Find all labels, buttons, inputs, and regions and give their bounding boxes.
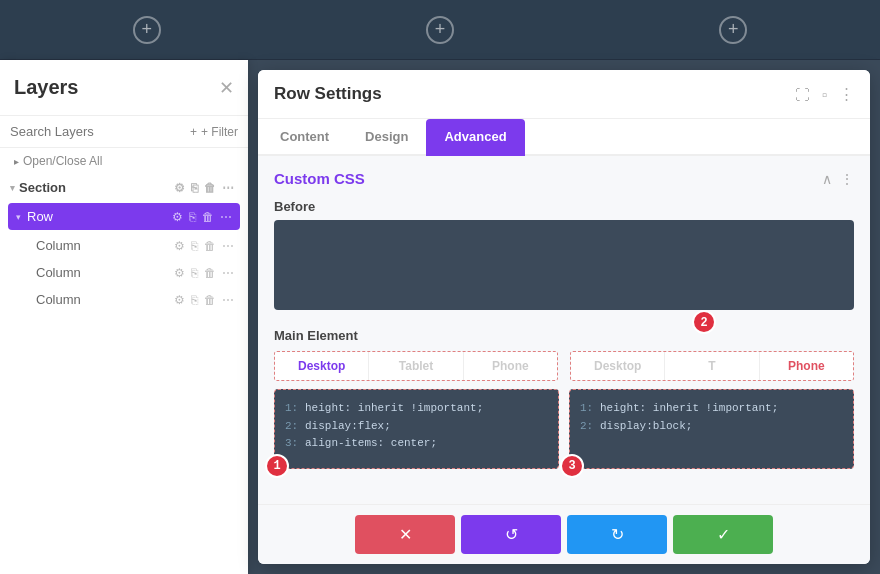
before-css-textarea[interactable] (274, 220, 854, 310)
col3-copy-icon[interactable]: ⎘ (191, 293, 198, 307)
tree-item-column-3[interactable]: Column ⚙ ⎘ 🗑 ⋯ (0, 286, 248, 313)
column2-icons: ⚙ ⎘ 🗑 ⋯ (174, 266, 234, 280)
toggle-all-label: Open/Close All (23, 154, 102, 168)
settings-title: Row Settings (274, 84, 382, 104)
collapse-icon[interactable]: ∧ (822, 171, 832, 187)
top-bar: + + + (0, 0, 880, 60)
col2-copy-icon[interactable]: ⎘ (191, 266, 198, 280)
redo-button[interactable]: ↻ (567, 515, 667, 554)
device-tabs-container: Desktop Tablet Phone Desktop T Phone (274, 351, 854, 381)
layers-panel: Layers ✕ + + Filter ▸ Open/Close All ▾ S… (0, 60, 248, 574)
device-tab-desktop-right[interactable]: Desktop (571, 352, 665, 380)
section-delete-icon[interactable]: 🗑 (204, 181, 216, 195)
undo-button[interactable]: ↺ (461, 515, 561, 554)
add-row-btn-2[interactable]: + (426, 16, 454, 44)
device-tab-tablet-left[interactable]: Tablet (369, 352, 463, 380)
section-icons: ⚙ ⎘ 🗑 ⋯ (174, 181, 234, 195)
code-editor-right[interactable]: 1: height: inherit !important; 2: displa… (569, 389, 854, 469)
layers-search-input[interactable] (10, 124, 184, 139)
col3-settings-icon[interactable]: ⚙ (174, 293, 185, 307)
chevron-icon: ▸ (14, 156, 19, 167)
col1-more-icon[interactable]: ⋯ (222, 239, 234, 253)
section-copy-icon[interactable]: ⎘ (191, 181, 198, 195)
toggle-all-button[interactable]: ▸ Open/Close All (0, 148, 248, 174)
filter-icon: + (190, 125, 197, 139)
row-settings-icon[interactable]: ⚙ (172, 210, 183, 224)
layers-tree: ▸ Open/Close All ▾ Section ⚙ ⎘ 🗑 ⋯ ▾ Row (0, 148, 248, 574)
code-line-2-right: 2: display:block; (580, 418, 843, 436)
code-line-3-left: 3: align-items: center; (285, 435, 548, 453)
row-delete-icon[interactable]: 🗑 (202, 210, 214, 224)
tab-advanced[interactable]: Advanced (426, 119, 524, 156)
section-more-icon[interactable]: ⋯ (222, 181, 234, 195)
settings-panel: Row Settings ⛶ ▫ ⋮ Content Design Advanc… (258, 70, 870, 564)
add-row-btn-1[interactable]: + (133, 16, 161, 44)
col1-settings-icon[interactable]: ⚙ (174, 239, 185, 253)
tree-item-column-2[interactable]: Column ⚙ ⎘ 🗑 ⋯ (0, 259, 248, 286)
layers-search-row: + + Filter (0, 116, 248, 148)
fullscreen-icon[interactable]: ⛶ (795, 86, 810, 103)
split-icon[interactable]: ▫ (822, 86, 827, 103)
code-line-1-left: 1: height: inherit !important; (285, 400, 548, 418)
section-label: Section (19, 180, 174, 195)
more-options-icon[interactable]: ⋮ (839, 85, 854, 103)
device-tabs-left: Desktop Tablet Phone (274, 351, 558, 381)
tree-item-column-1[interactable]: Column ⚙ ⎘ 🗑 ⋯ (0, 232, 248, 259)
tree-item-row[interactable]: ▾ Row ⚙ ⎘ 🗑 ⋯ (8, 203, 240, 230)
layers-close-button[interactable]: ✕ (219, 77, 234, 99)
col2-settings-icon[interactable]: ⚙ (174, 266, 185, 280)
device-tab-phone-left[interactable]: Phone (464, 352, 557, 380)
device-tabs-right: Desktop T Phone (570, 351, 854, 381)
section-chevron-icon: ▾ (10, 183, 15, 193)
custom-css-title: Custom CSS (274, 170, 365, 187)
custom-css-more-icon[interactable]: ⋮ (840, 171, 854, 187)
settings-footer: ✕ ↺ ↻ ✓ (258, 504, 870, 564)
main-layout: Layers ✕ + + Filter ▸ Open/Close All ▾ S… (0, 60, 880, 574)
cancel-button[interactable]: ✕ (355, 515, 455, 554)
col1-copy-icon[interactable]: ⎘ (191, 239, 198, 253)
code-editor-left[interactable]: 1: height: inherit !important; 2: displa… (274, 389, 559, 469)
row-label: Row (27, 209, 172, 224)
settings-tabs: Content Design Advanced (258, 119, 870, 156)
main-element-label: Main Element (274, 328, 854, 343)
add-row-btn-3[interactable]: + (719, 16, 747, 44)
custom-css-section-header: Custom CSS ∧ ⋮ (274, 170, 854, 187)
badge-1: 1 (265, 454, 289, 478)
device-tab-phone-right[interactable]: Phone (760, 352, 853, 380)
column1-icons: ⚙ ⎘ 🗑 ⋯ (174, 239, 234, 253)
settings-body: Custom CSS ∧ ⋮ Before Main Element Deskt… (258, 156, 870, 504)
code-line-2-left: 2: display:flex; (285, 418, 548, 436)
device-tab-tablet-right[interactable]: T (665, 352, 759, 380)
row-chevron-icon: ▾ (16, 212, 21, 222)
col2-delete-icon[interactable]: 🗑 (204, 266, 216, 280)
save-button[interactable]: ✓ (673, 515, 773, 554)
custom-css-header-icons: ∧ ⋮ (822, 171, 854, 187)
tab-content[interactable]: Content (262, 119, 347, 156)
tree-item-section[interactable]: ▾ Section ⚙ ⎘ 🗑 ⋯ (0, 174, 248, 201)
layers-title: Layers (14, 76, 79, 99)
row-copy-icon[interactable]: ⎘ (189, 210, 196, 224)
col1-delete-icon[interactable]: 🗑 (204, 239, 216, 253)
row-more-icon[interactable]: ⋯ (220, 210, 232, 224)
settings-header: Row Settings ⛶ ▫ ⋮ (258, 70, 870, 119)
layers-filter-button[interactable]: + + Filter (190, 125, 238, 139)
col3-delete-icon[interactable]: 🗑 (204, 293, 216, 307)
column3-icons: ⚙ ⎘ 🗑 ⋯ (174, 293, 234, 307)
row-icons: ⚙ ⎘ 🗑 ⋯ (172, 210, 232, 224)
device-tab-desktop-left[interactable]: Desktop (275, 352, 369, 380)
section-settings-icon[interactable]: ⚙ (174, 181, 185, 195)
code-line-1-right: 1: height: inherit !important; (580, 400, 843, 418)
col2-more-icon[interactable]: ⋯ (222, 266, 234, 280)
tab-design[interactable]: Design (347, 119, 426, 156)
layers-header: Layers ✕ (0, 60, 248, 116)
col3-more-icon[interactable]: ⋯ (222, 293, 234, 307)
badge-3: 3 (560, 454, 584, 478)
filter-label: + Filter (201, 125, 238, 139)
code-editors-row: 1: height: inherit !important; 2: displa… (274, 389, 854, 469)
settings-header-icons: ⛶ ▫ ⋮ (795, 85, 854, 103)
before-label: Before (274, 199, 854, 214)
badge-2: 2 (692, 310, 716, 334)
